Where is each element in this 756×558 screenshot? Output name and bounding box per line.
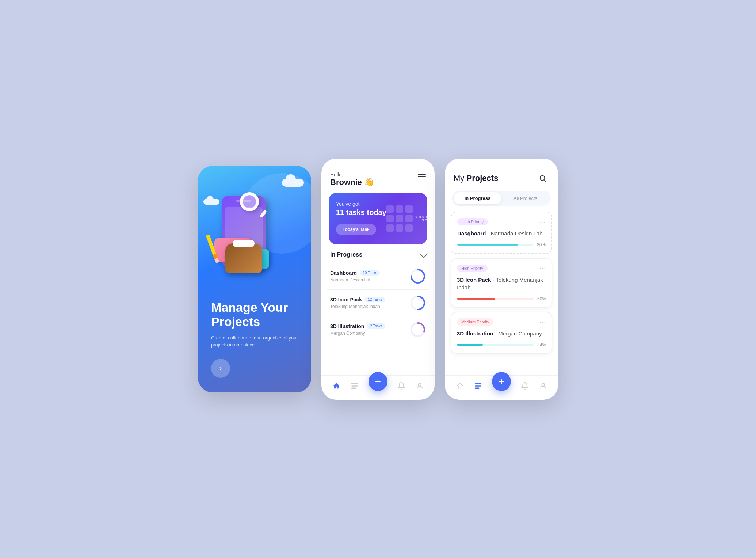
progress-row-2: 50%: [457, 296, 546, 301]
list-item: Dashboard 10 Tasks Narmada Design Lab: [327, 263, 429, 290]
task-badge-3: 2 Tasks: [367, 323, 385, 329]
task-banner: You've got 11 tasks today Today's Task A…: [329, 193, 427, 244]
more-options-button-2[interactable]: ···: [539, 265, 546, 272]
greeting-block: Hello, Brownie 👋: [330, 172, 374, 187]
progress-pct-1: 80%: [537, 242, 546, 247]
projects-tabs: In Progress All Projects: [452, 191, 551, 206]
svg-point-9: [418, 383, 421, 386]
progress-row-1: 80%: [457, 242, 546, 247]
project-cards-list: High Priority ··· Dasgboard - Narmada De…: [445, 212, 558, 375]
onboarding-illustration: [198, 166, 311, 306]
phone3-nav-bell-icon[interactable]: [520, 382, 529, 390]
chevron-down-icon[interactable]: [420, 250, 428, 258]
progress-bar-fill-3: [457, 344, 483, 346]
onboarding-subtitle: Create, collaborate, and organize all yo…: [211, 334, 298, 349]
svg-rect-6: [352, 383, 358, 384]
nav-list-icon[interactable]: [350, 382, 359, 390]
svg-line-11: [544, 180, 546, 182]
project-card-2: High Priority ··· 3D Icon Pack - Telekun…: [451, 258, 552, 308]
circle-progress-3: [410, 322, 426, 338]
next-button[interactable]: ›: [211, 359, 230, 378]
project-name-2: 3D Icon Pack: [330, 297, 362, 303]
fab-add-button[interactable]: +: [369, 372, 387, 391]
circle-progress-2: [410, 295, 426, 311]
onboarding-content: Manage Your Projects Create, collaborate…: [211, 300, 298, 377]
tab-in-progress[interactable]: In Progress: [454, 192, 501, 204]
project-card-1: High Priority ··· Dasgboard - Narmada De…: [451, 212, 552, 254]
my-projects-title: My Projects: [454, 174, 498, 183]
banner-text: You've got 11 tasks today Today's Task: [336, 201, 420, 235]
svg-point-10: [540, 175, 545, 180]
project-client-2: Telekung Menanjak Indah: [330, 304, 410, 309]
section-title: In Progress: [330, 251, 362, 258]
nav-home-icon[interactable]: [332, 382, 341, 390]
dashboard-header: Hello, Brownie 👋: [321, 159, 435, 193]
banner-intro: You've got: [336, 201, 420, 207]
progress-row-3: 34%: [457, 342, 546, 348]
onboarding-title: Manage Your Projects: [211, 300, 298, 329]
phone3-nav-user-icon[interactable]: [539, 382, 547, 390]
list-item: 3D Illustration 2 Tasks Mergan Company: [327, 316, 429, 343]
svg-rect-8: [352, 388, 356, 388]
project-list: Dashboard 10 Tasks Narmada Design Lab 3D…: [321, 263, 435, 375]
card-title-1: Dasgboard - Narmada Design Lab: [457, 229, 546, 237]
priority-badge-3: Medium Priority: [457, 318, 493, 326]
illustration-wrapper: [207, 189, 302, 284]
progress-bar-bg-1: [457, 244, 533, 246]
nav-bell-icon[interactable]: [397, 382, 406, 390]
project-info-2: 3D Icon Pack 12 Tasks Telekung Menanjak …: [330, 297, 410, 309]
svg-rect-12: [475, 383, 481, 384]
menu-line-2: [418, 174, 426, 175]
project-client-3: Mergan Company: [330, 331, 410, 336]
phone-dashboard: Hello, Brownie 👋: [321, 159, 435, 400]
circle-progress-1: [410, 268, 426, 284]
card-top-row-1: High Priority ···: [457, 218, 546, 226]
project-card-3: Medium Priority ··· 3D Illustration - Me…: [451, 312, 552, 354]
phone-onboarding: Manage Your Projects Create, collaborate…: [198, 166, 311, 392]
in-progress-section-header: In Progress: [321, 251, 435, 263]
phones-container: Manage Your Projects Create, collaborate…: [198, 159, 558, 400]
project-info-3: 3D Illustration 2 Tasks Mergan Company: [330, 323, 410, 336]
list-item: 3D Icon Pack 12 Tasks Telekung Menanjak …: [327, 290, 429, 316]
progress-pct-3: 34%: [537, 342, 546, 348]
today-task-button[interactable]: Today's Task: [336, 224, 376, 235]
project-client-1: Narmada Design Lab: [330, 277, 410, 282]
banner-task-count: 11 tasks today: [336, 208, 420, 217]
task-badge-2: 12 Tasks: [365, 297, 385, 302]
project-name-1: Dashboard: [330, 270, 357, 276]
progress-bar-fill-1: [457, 244, 518, 246]
phone3-bottom-nav: +: [445, 375, 558, 400]
project-name-row-3: 3D Illustration 2 Tasks: [330, 323, 410, 329]
more-options-button-3[interactable]: ···: [539, 318, 546, 326]
svg-rect-14: [475, 388, 479, 388]
greeting-small: Hello,: [330, 172, 374, 178]
progress-bar-bg-2: [457, 298, 534, 300]
search-button[interactable]: [536, 172, 549, 185]
card-title-2: 3D Icon Pack - Telekung Menanjak Indah: [457, 276, 546, 291]
progress-pct-2: 50%: [537, 296, 546, 301]
phone-my-projects: My Projects In Progress All Projects Hig…: [445, 159, 558, 400]
more-options-button-1[interactable]: ···: [539, 218, 546, 226]
menu-line-3: [418, 176, 426, 177]
svg-point-15: [542, 383, 544, 386]
progress-bar-bg-3: [457, 344, 534, 346]
magnifier-icon: [240, 192, 266, 218]
tab-all-projects[interactable]: All Projects: [501, 192, 549, 204]
bottom-nav: +: [321, 375, 435, 400]
svg-rect-13: [475, 386, 481, 386]
project-name-3: 3D Illustration: [330, 323, 364, 329]
greeting-username: Brownie 👋: [330, 178, 374, 187]
phone3-nav-list-icon[interactable]: [474, 382, 482, 390]
menu-button[interactable]: [418, 172, 426, 177]
project-name-row-1: Dashboard 10 Tasks: [330, 270, 410, 276]
card-top-row-2: High Priority ···: [457, 265, 546, 272]
project-info-1: Dashboard 10 Tasks Narmada Design Lab: [330, 270, 410, 282]
my-projects-header: My Projects: [445, 159, 558, 191]
phone3-nav-home-icon[interactable]: [455, 382, 464, 390]
menu-line-1: [418, 172, 426, 172]
header-row: Hello, Brownie 👋: [330, 172, 426, 187]
svg-rect-7: [352, 386, 358, 386]
phone3-fab-add-button[interactable]: +: [492, 372, 511, 391]
nav-user-icon[interactable]: [415, 382, 424, 390]
project-name-row-2: 3D Icon Pack 12 Tasks: [330, 297, 410, 303]
